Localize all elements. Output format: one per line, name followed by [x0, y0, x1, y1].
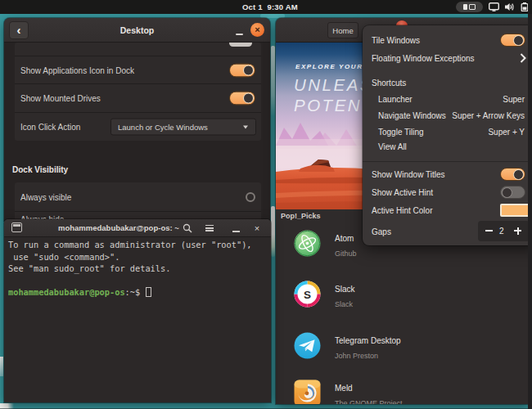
settings-row: Always visible — [15, 182, 261, 211]
show-mounted-drives-toggle[interactable] — [229, 92, 255, 106]
minimize-button[interactable] — [236, 34, 243, 35]
svg-text:S: S — [304, 289, 311, 301]
menu-item-label: Show Active Hint — [372, 188, 433, 197]
atom-app-icon — [294, 230, 321, 257]
settings-row: Show Mounted Drives — [15, 83, 261, 112]
tiling-options-menu: Tile Windows Floating Window Exceptions … — [363, 25, 532, 245]
prompt-user-host: mohammedabubakar@pop-os — [8, 287, 125, 297]
terminal-title: mohammedabubakar@pop-os: ~ — [58, 219, 179, 237]
menu-section-label: Shortcuts — [372, 79, 406, 88]
app-name: Atom — [335, 234, 354, 243]
top-bar: Oct 1 9:30 AM — [0, 0, 532, 14]
wallpaper-pattern-mark — [271, 206, 275, 257]
shortcut-keys: Super — [503, 95, 525, 104]
menu-item-toggle-tiling[interactable]: Toggle Tiling Super + Y — [363, 124, 532, 140]
menu-item-navigate-windows[interactable]: Navigate Windows Super + Arrow Keys — [363, 107, 532, 124]
prompt-tail: :~$ — [125, 287, 146, 297]
desktop-screen: Oct 1 9:30 AM ‹ — [0, 0, 532, 409]
decrease-gaps-button[interactable] — [485, 230, 493, 231]
settings-window: ‹ Desktop × Show Applications Icon in Do… — [4, 18, 270, 221]
app-vendor: Slack — [335, 300, 353, 308]
hint-color-swatch[interactable] — [500, 204, 530, 217]
meld-app-icon — [294, 380, 321, 404]
tiling-menu-icon[interactable] — [456, 2, 483, 12]
menu-item-label: Active Hint Color — [372, 206, 432, 215]
terminal-tab-icon[interactable] — [11, 222, 22, 232]
terminal-close-button[interactable]: × — [250, 221, 264, 236]
scrolled-toggle-partial[interactable] — [229, 43, 252, 47]
settings-window-title: Desktop — [4, 18, 270, 43]
gaps-value: 2 — [499, 221, 504, 241]
volume-icon[interactable] — [505, 2, 515, 11]
wallpaper-pattern-mark — [0, 357, 3, 376]
system-tray — [456, 0, 529, 14]
toggle-knob — [513, 35, 524, 46]
terminal-window: mohammedabubakar@pop-os: ~ × To run a co… — [4, 219, 271, 402]
tiling-glyph-left — [463, 4, 467, 10]
pop-picks-header: Pop!_Picks — [281, 212, 321, 220]
settings-titlebar[interactable]: ‹ Desktop × — [4, 18, 270, 43]
tile-windows-toggle[interactable] — [500, 34, 525, 47]
menu-item-active-hint-color[interactable]: Active Hint Color — [363, 201, 532, 219]
section-header: Dock Visibility — [12, 165, 68, 174]
screen-right-edge — [528, 0, 532, 409]
menu-item-label: Launcher — [378, 95, 413, 104]
dropdown-value: Launch or Cycle Windows — [118, 119, 208, 135]
terminal-cursor — [146, 287, 151, 297]
chevron-right-icon — [520, 53, 526, 63]
slack-app-icon: S — [294, 281, 321, 308]
gaps-stepper: 2 — [478, 221, 530, 241]
app-vendor: John Preston — [335, 352, 378, 360]
terminal-line: use "sudo <command>". — [8, 251, 271, 263]
show-applications-toggle[interactable] — [229, 63, 255, 77]
wallpaper-pattern-mark — [271, 46, 275, 116]
menu-item-floating-exceptions[interactable]: Floating Window Exceptions — [363, 49, 532, 66]
hamburger-menu-icon[interactable] — [205, 225, 214, 231]
telegram-app-icon — [294, 332, 321, 359]
menu-item-tile-windows[interactable]: Tile Windows — [363, 30, 532, 49]
menu-item-label: Toggle Tiling — [378, 128, 424, 137]
menu-item-show-window-titles[interactable]: Show Window Titles — [363, 165, 532, 183]
tiling-glyph-right — [469, 4, 476, 10]
show-window-titles-toggle[interactable] — [500, 168, 525, 181]
settings-row: Show Applications Icon in Dock — [15, 56, 261, 83]
always-visible-radio[interactable] — [246, 192, 255, 202]
menu-item-label: Floating Window Exceptions — [372, 53, 475, 62]
clock[interactable]: Oct 1 9:30 AM — [8, 0, 532, 14]
dropdown-caret-icon — [243, 126, 248, 129]
menu-item-launcher[interactable]: Launcher Super — [363, 91, 532, 107]
terminal-minimize-button[interactable] — [232, 231, 240, 232]
terminal-prompt: mohammedabubakar@pop-os:~$ — [8, 286, 151, 299]
increase-gaps-button-vertical — [517, 227, 519, 235]
terminal-line: See "man sudo_root" for details. — [8, 263, 271, 275]
settings-row-partial — [15, 43, 261, 56]
menu-item-view-all[interactable]: View All — [363, 138, 532, 155]
toggle-knob — [243, 93, 254, 104]
home-tab[interactable]: Home — [327, 22, 358, 38]
toggle-knob — [502, 187, 512, 198]
icon-click-action-dropdown[interactable]: Launch or Cycle Windows — [110, 119, 256, 136]
shortcut-keys: Super + Y — [488, 128, 525, 137]
app-name: Slack — [335, 285, 354, 294]
terminal-titlebar[interactable]: mohammedabubakar@pop-os: ~ × — [4, 219, 271, 237]
close-button[interactable]: × — [250, 23, 264, 37]
setting-label: Show Applications Icon in Dock — [20, 65, 134, 74]
setting-label: Show Mounted Drives — [20, 94, 101, 103]
app-name: Telegram Desktop — [335, 336, 401, 345]
display-icon[interactable] — [489, 2, 499, 11]
search-icon[interactable] — [183, 223, 192, 233]
terminal-line: To run a command as administrator (user … — [8, 239, 271, 251]
setting-label: Always visible — [20, 192, 71, 201]
show-active-hint-toggle[interactable] — [500, 186, 525, 199]
app-vendor: Github — [335, 249, 357, 258]
dock-visibility-group: Always visible Always hide — [15, 182, 261, 221]
dock-settings-group: Show Applications Icon in Dock Show Moun… — [15, 43, 261, 141]
app-name: Meld — [335, 384, 353, 393]
menu-item-show-active-hint[interactable]: Show Active Hint — [363, 183, 532, 201]
setting-label: Icon Click Action — [20, 123, 80, 132]
menu-item-gaps: Gaps 2 — [363, 219, 532, 243]
menu-item-label: Navigate Windows — [378, 111, 446, 120]
terminal-output[interactable]: To run a command as administrator (user … — [4, 237, 271, 402]
app-vendor: The GNOME Project — [335, 399, 403, 404]
menu-section-shortcuts: Shortcuts — [363, 74, 532, 91]
